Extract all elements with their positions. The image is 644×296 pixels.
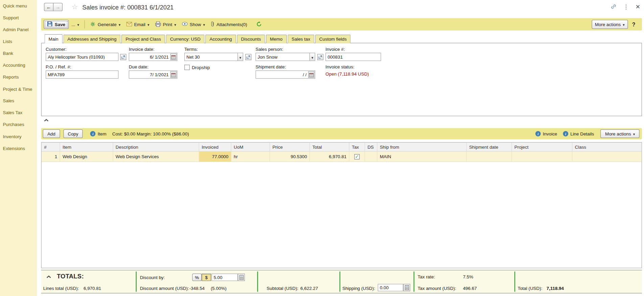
column-header-invoiced[interactable]: Invoiced (199, 143, 231, 151)
column-header-item[interactable]: Item (60, 143, 113, 151)
sidebar-item-support[interactable]: Support (0, 15, 37, 27)
shipping-label: Shipping (USD): (342, 286, 375, 291)
class-cell[interactable] (572, 152, 641, 162)
discount-dollar-button[interactable]: $ (202, 274, 211, 281)
show-button[interactable]: Show (179, 20, 208, 29)
collapse-totals-button[interactable] (46, 274, 51, 279)
discount-percent-button[interactable]: % (192, 274, 202, 281)
tab-memo[interactable]: Memo (266, 35, 287, 43)
shipping-calculator-button[interactable] (403, 284, 410, 291)
table-row[interactable]: 1 Web Design Web Design Services 77.0000… (42, 152, 642, 162)
item-info-label: Item (98, 131, 107, 136)
terms-dropdown-button[interactable] (237, 53, 243, 61)
uom-cell[interactable]: hr (231, 152, 270, 162)
save-button[interactable]: Save (44, 20, 69, 29)
email-button[interactable]: Email (123, 20, 152, 29)
sidebar-item-accounting[interactable]: Accounting (0, 63, 37, 75)
link-icon[interactable] (611, 4, 617, 9)
tab-currency[interactable]: Currency: USD (166, 35, 205, 43)
sidebar-item-lists[interactable]: Lists (0, 39, 37, 51)
more-menu-button[interactable]: ... (69, 20, 82, 29)
generate-button[interactable]: Generate (87, 20, 123, 29)
sales-person-lookup-button[interactable] (317, 54, 323, 60)
attachments-button[interactable]: Attachments(0) (208, 20, 250, 29)
sales-person-select[interactable] (256, 53, 310, 61)
column-header-class[interactable]: Class (572, 143, 641, 151)
sidebar-item-extensions[interactable]: Extensions (0, 146, 37, 157)
sidebar-item-purchases[interactable]: Purchases (0, 122, 37, 134)
sidebar-item-reports[interactable]: Reports (0, 75, 37, 86)
tab-sales-tax[interactable]: Sales tax (288, 35, 314, 43)
ds-cell[interactable] (365, 152, 377, 162)
forward-button[interactable]: → (53, 3, 63, 11)
tab-accounting[interactable]: Accounting (205, 35, 236, 43)
tab-project-and-class[interactable]: Project and Class (121, 35, 165, 43)
terms-label: Terms: (184, 46, 198, 51)
menu-dots-icon[interactable]: ⋮ (623, 4, 629, 9)
column-header-ship-from[interactable]: Ship from (377, 143, 467, 151)
terms-lookup-button[interactable] (245, 54, 251, 60)
shipping-input[interactable] (378, 284, 403, 291)
customer-lookup-button[interactable] (120, 54, 126, 60)
tax-checkbox-checked[interactable] (354, 154, 360, 159)
invoice-info-group[interactable]: Invoice (535, 131, 557, 136)
customer-input[interactable] (46, 53, 118, 61)
line-items-table: # Item Description Invoiced UoM Price To… (41, 142, 642, 268)
price-cell[interactable]: 90.5300 (270, 152, 310, 162)
column-header-uom[interactable]: UoM (231, 143, 270, 151)
sidebar-item-inventory[interactable]: Inventory (0, 134, 37, 146)
item-cell[interactable]: Web Design (60, 152, 113, 162)
collapse-header-button[interactable] (44, 118, 49, 123)
invoiced-cell[interactable]: 77.0000 (199, 152, 231, 162)
description-cell[interactable]: Web Design Services (113, 152, 199, 162)
column-header-number[interactable]: # (42, 143, 60, 151)
copy-line-button[interactable]: Copy (63, 129, 83, 138)
invoice-number-input[interactable] (325, 53, 381, 61)
help-button[interactable]: ? (628, 20, 640, 29)
column-header-tax[interactable]: Tax (349, 143, 365, 151)
ship-from-cell[interactable]: MAIN (377, 152, 467, 162)
shipment-date-cell[interactable] (467, 152, 512, 162)
sidebar-item-admin-panel[interactable]: Admin Panel (0, 27, 37, 39)
back-button[interactable]: ← (44, 3, 53, 11)
sidebar-item-bank[interactable]: Bank (0, 51, 37, 63)
add-line-button[interactable]: Add (43, 129, 60, 138)
due-date-calendar-button[interactable] (170, 71, 177, 78)
print-button[interactable]: Print (152, 20, 179, 29)
sidebar-item-sales[interactable]: Sales (0, 98, 37, 110)
discount-calculator-button[interactable] (238, 274, 245, 281)
shipment-date-input[interactable] (256, 70, 315, 79)
item-info-group[interactable]: Item (90, 131, 107, 136)
tab-discounts[interactable]: Discounts (237, 35, 265, 43)
column-header-ds[interactable]: DS (365, 143, 377, 151)
column-header-description[interactable]: Description (113, 143, 199, 151)
items-more-actions-button[interactable]: More actions (601, 129, 640, 138)
invoice-date-label: Invoice date: (129, 46, 155, 51)
line-details-group[interactable]: Line Details (563, 131, 594, 136)
discount-value-input[interactable] (211, 274, 238, 281)
dropship-checkbox[interactable] (184, 65, 190, 70)
terms-select[interactable] (184, 53, 238, 61)
sales-person-dropdown-button[interactable] (309, 53, 315, 61)
tab-addresses-and-shipping[interactable]: Addresses and Shipping (63, 35, 120, 43)
column-header-shipment-date[interactable]: Shipment date (467, 143, 512, 151)
more-actions-button[interactable]: More actions (592, 20, 628, 29)
shipment-date-calendar-button[interactable] (308, 71, 314, 78)
column-header-price[interactable]: Price (270, 143, 310, 151)
refresh-button[interactable] (253, 20, 264, 29)
column-header-project[interactable]: Project (512, 143, 572, 151)
sidebar-item-project-time[interactable]: Project & Time (0, 86, 37, 98)
close-icon[interactable]: ✕ (636, 4, 640, 9)
calendar-icon (171, 72, 176, 77)
project-cell[interactable] (512, 152, 572, 162)
tab-custom-fields[interactable]: Custom fields (315, 35, 351, 43)
sidebar-item-sales-tax[interactable]: Sales Tax (0, 110, 37, 122)
column-header-total[interactable]: Total (310, 143, 349, 151)
paperclip-icon (211, 21, 214, 27)
sidebar-item-quick-menu[interactable]: Quick menu (0, 3, 37, 15)
invoice-date-calendar-button[interactable] (170, 54, 177, 60)
dropship-label: Dropship (192, 65, 210, 70)
favorite-star-icon[interactable]: ☆ (72, 2, 78, 11)
po-ref-input[interactable] (46, 70, 118, 79)
tab-main[interactable]: Main (44, 34, 62, 43)
